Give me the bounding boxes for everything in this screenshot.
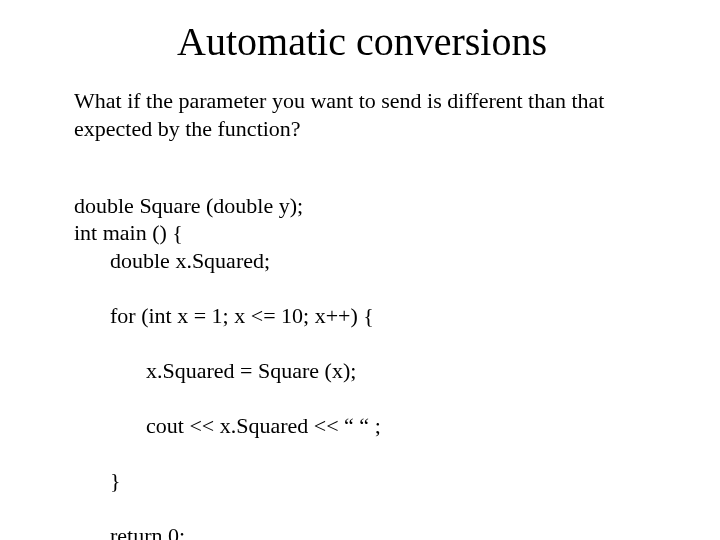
code-line: int main () { [74, 220, 183, 245]
code-line: } [74, 467, 650, 495]
code-line: double Square (double y); [74, 193, 303, 218]
code-line: cout << x.Squared << “ “ ; [74, 412, 650, 440]
slide: Automatic conversions What if the parame… [0, 0, 720, 540]
code-line: return 0; [74, 522, 650, 541]
code-block: double Square (double y); int main () { … [74, 164, 650, 540]
code-line: x.Squared = Square (x); [74, 357, 650, 385]
slide-body: What if the parameter you want to send i… [74, 87, 650, 540]
code-line: for (int x = 1; x <= 10; x++) { [74, 302, 650, 330]
slide-title: Automatic conversions [74, 18, 650, 65]
code-line: double x.Squared; [74, 247, 650, 275]
intro-paragraph: What if the parameter you want to send i… [74, 87, 650, 142]
